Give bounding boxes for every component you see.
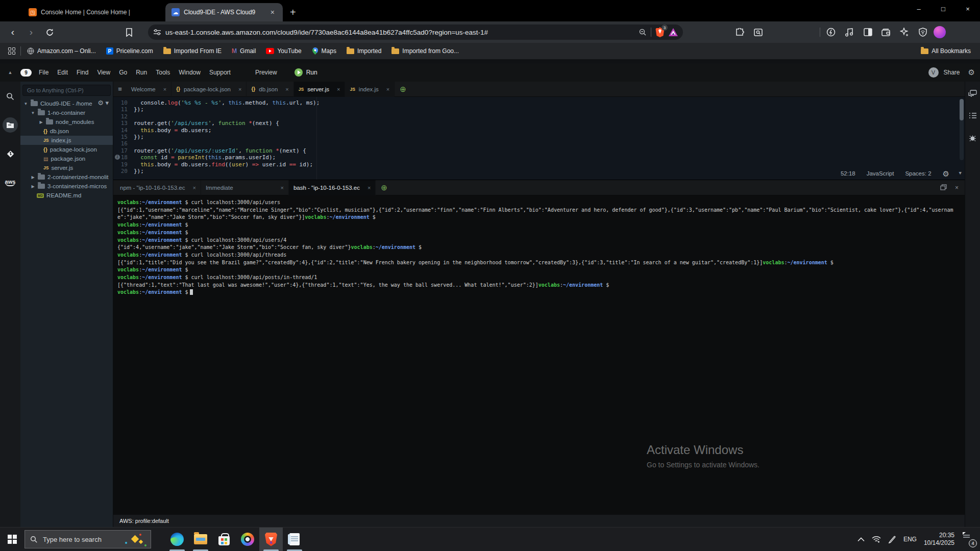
outline-list-icon[interactable] — [969, 112, 977, 119]
menu-edit[interactable]: Edit — [57, 68, 68, 77]
wifi-icon[interactable] — [872, 536, 881, 543]
tree-item-db-json[interactable]: {}db.json — [20, 127, 113, 136]
bookmark-imported-ie[interactable]: Imported From IE — [159, 46, 226, 56]
search-highlights-icon[interactable] — [124, 533, 146, 547]
close-tab-icon[interactable]: × — [192, 185, 195, 191]
close-tab-icon[interactable]: × — [163, 86, 166, 92]
start-button[interactable] — [0, 528, 24, 551]
tab-list-icon[interactable]: ≡ — [113, 85, 127, 93]
chevron-right-icon[interactable]: ▶ — [31, 175, 35, 180]
scroll-down-arrow-icon[interactable]: ▼ — [959, 170, 962, 177]
copilot-app-icon[interactable] — [236, 528, 259, 551]
back-icon[interactable]: ‹ — [5, 24, 20, 40]
file-explorer-app-icon[interactable] — [189, 528, 212, 551]
bookmark-imported-goo[interactable]: Imported from Goo... — [387, 46, 463, 56]
tree-item-readme[interactable]: MDREADME.md — [20, 191, 113, 200]
apps-grid-icon[interactable] — [8, 47, 15, 55]
source-control-icon[interactable] — [3, 146, 18, 161]
indent-setting[interactable]: Spaces: 2 — [905, 170, 931, 177]
forward-icon[interactable]: › — [23, 24, 39, 40]
menu-find[interactable]: Find — [77, 68, 88, 77]
terminal-tab-bash[interactable]: bash - "ip-10-16-0-153.ec× — [289, 180, 376, 195]
language-mode[interactable]: JavaScript — [867, 170, 894, 177]
profile-avatar[interactable] — [934, 26, 946, 38]
bookmark-maps[interactable]: Maps — [308, 46, 340, 56]
notepad-app-icon[interactable] — [283, 528, 306, 551]
clock[interactable]: 20:35 10/14/2025 — [924, 532, 954, 547]
leo-icon[interactable] — [823, 24, 839, 40]
browser-tab-cloud9[interactable]: ☁ Cloud9-IDE - AWS Cloud9 × — [165, 3, 283, 21]
zoom-out-icon[interactable] — [639, 28, 647, 36]
tray-chevron-up-icon[interactable] — [857, 537, 865, 542]
close-tab-icon[interactable]: × — [280, 185, 283, 191]
all-bookmarks-button[interactable]: All Bookmarks — [917, 46, 975, 56]
debugger-bug-icon[interactable] — [969, 134, 976, 142]
collapse-arrow-icon[interactable]: ▲ — [0, 70, 20, 75]
menu-view[interactable]: View — [97, 68, 110, 77]
bookmark-imported[interactable]: Imported — [342, 46, 385, 56]
goto-anything-input[interactable]: Go to Anything (Ctrl-P) — [22, 85, 111, 96]
menu-go[interactable]: Go — [119, 68, 127, 77]
collaborate-chat-icon[interactable] — [968, 90, 977, 97]
tree-item-1-no-container[interactable]: ▼1-no-container — [20, 108, 113, 117]
brave-shield-icon[interactable]: 3 — [655, 27, 665, 37]
tree-item-server-js[interactable]: JSserver.js — [20, 163, 113, 172]
editor-tab-welcome[interactable]: Welcome× — [127, 82, 172, 97]
wallet-icon[interactable] — [878, 24, 894, 40]
menu-tools[interactable]: Tools — [156, 68, 170, 77]
editor-tab-server-js[interactable]: JSserver.js× — [294, 82, 346, 97]
code-editor[interactable]: 10 console.log('%s %s - %s', this.method… — [113, 97, 965, 180]
sparkles-icon[interactable] — [897, 24, 912, 40]
tree-item-3-containerized[interactable]: ▶3-containerized-micros — [20, 182, 113, 191]
pen-icon[interactable] — [888, 535, 896, 543]
maximize-icon[interactable]: □ — [931, 0, 955, 17]
store-app-icon[interactable] — [212, 528, 236, 551]
tree-item-node-modules[interactable]: ▶node_modules — [20, 117, 113, 127]
brave-rewards-icon[interactable] — [669, 28, 678, 37]
menu-icon[interactable] — [949, 24, 959, 40]
site-settings-icon[interactable] — [153, 29, 161, 36]
add-terminal-icon[interactable]: ⊕ — [381, 183, 387, 192]
close-tab-icon[interactable]: × — [337, 86, 340, 92]
status-gear-icon[interactable]: ⚙ — [943, 170, 949, 177]
close-tab-icon[interactable]: × — [268, 8, 277, 17]
close-tab-icon[interactable]: × — [386, 86, 389, 92]
taskbar-search-input[interactable]: Type here to search — [24, 530, 151, 548]
url-bar[interactable]: us-east-1.console.aws.amazon.com/cloud9/… — [148, 24, 683, 40]
chevron-down-icon[interactable]: ▼ — [23, 102, 28, 106]
playlist-icon[interactable] — [842, 24, 857, 40]
preview-button[interactable]: Preview — [255, 68, 277, 77]
chevron-right-icon[interactable]: ▶ — [31, 184, 35, 189]
sidebar-icon[interactable] — [860, 24, 875, 40]
minimize-icon[interactable]: – — [906, 0, 931, 17]
close-tab-icon[interactable]: × — [285, 86, 288, 92]
maximize-panel-icon[interactable] — [940, 184, 947, 190]
terminal-tab-npm[interactable]: npm - "ip-10-16-0-153.ec× — [115, 180, 201, 195]
edge-app-icon[interactable] — [165, 528, 189, 551]
bookmark-youtube[interactable]: YouTube — [262, 46, 305, 56]
close-icon[interactable]: × — [955, 0, 980, 17]
notification-icon[interactable]: 4 — [962, 533, 975, 546]
editor-tab-db-json[interactable]: {}db.json× — [247, 82, 293, 97]
editor-tab-package-lock[interactable]: {}package-lock.json× — [172, 82, 247, 97]
menu-window[interactable]: Window — [179, 68, 201, 77]
menu-file[interactable]: File — [39, 68, 48, 77]
extensions-icon[interactable] — [732, 24, 747, 40]
close-tab-icon[interactable]: × — [368, 185, 371, 191]
new-tab-icon[interactable]: + — [290, 7, 296, 18]
tree-item-2-containerized[interactable]: ▶2-containerized-monolit — [20, 172, 113, 182]
brave-app-icon[interactable] — [259, 528, 283, 551]
file-explorer-icon[interactable] — [3, 117, 18, 133]
terminal-tab-immediate[interactable]: Immediate× — [201, 180, 289, 195]
bookmark-gmail[interactable]: M Gmail — [228, 46, 260, 56]
bookmark-icon[interactable] — [121, 24, 137, 40]
tree-item-index-js[interactable]: JSindex.js — [20, 136, 113, 145]
vpn-shield-icon[interactable] — [915, 24, 930, 40]
tree-item-package-json[interactable]: ▤package.json — [20, 154, 113, 163]
browser-tab-console-home[interactable]: ◳ Console Home | Console Home | us-e — [22, 3, 137, 21]
chevron-down-icon[interactable]: ▼ — [31, 111, 35, 115]
tree-item-package-lock[interactable]: {}package-lock.json — [20, 145, 113, 154]
add-tab-icon[interactable]: ⊕ — [400, 85, 406, 94]
ide-settings-gear-icon[interactable]: ⚙ — [968, 68, 975, 77]
close-panel-icon[interactable]: × — [955, 184, 959, 191]
